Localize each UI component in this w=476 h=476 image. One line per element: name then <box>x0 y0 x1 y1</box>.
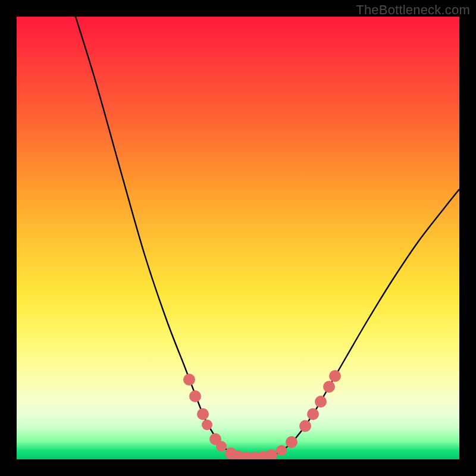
data-dot <box>286 436 298 448</box>
data-dot <box>276 445 287 456</box>
data-dot <box>202 419 212 430</box>
curve-right-branch <box>267 189 459 457</box>
data-dots <box>183 370 341 459</box>
data-dot <box>216 441 227 452</box>
data-dot <box>265 449 277 459</box>
data-dot <box>329 370 341 382</box>
bottleneck-curve <box>17 17 459 459</box>
data-dot <box>299 420 311 432</box>
data-dot <box>197 408 209 420</box>
data-dot <box>189 390 201 402</box>
data-dot <box>315 396 327 408</box>
data-dot <box>307 408 319 420</box>
watermark-text: TheBottleneck.com <box>356 2 470 18</box>
chart-frame: TheBottleneck.com <box>0 0 476 476</box>
data-dot <box>183 374 195 386</box>
plot-area <box>17 17 459 459</box>
curve-left-branch <box>64 17 242 457</box>
data-dot <box>323 381 335 393</box>
